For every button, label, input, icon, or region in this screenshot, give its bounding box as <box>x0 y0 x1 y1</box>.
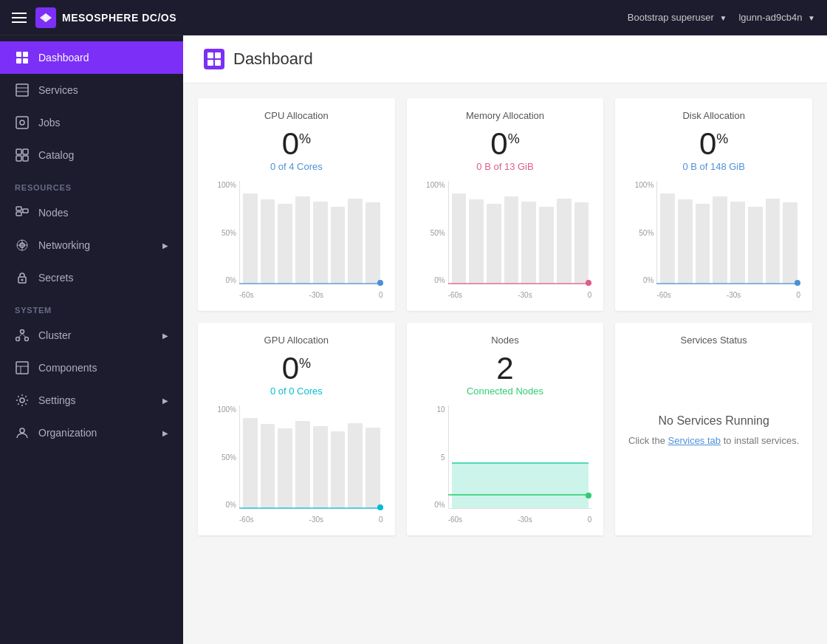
secrets-icon <box>15 270 30 285</box>
user-menu[interactable]: Bootstrap superuser ▼ <box>628 12 727 23</box>
sidebar-item-cluster[interactable]: Cluster ▶ <box>0 319 183 352</box>
svg-rect-36 <box>207 52 213 58</box>
memory-chart-line <box>448 283 592 284</box>
svg-rect-4 <box>23 58 28 64</box>
sidebar-item-organization[interactable]: Organization ▶ <box>0 417 183 449</box>
disk-chart: 100% 50% 0% <box>627 181 800 299</box>
disk-card-value: 0% <box>627 127 800 161</box>
logo: MESOSPHERE DC/OS <box>35 7 176 28</box>
sidebar-item-jobs[interactable]: Jobs <box>0 106 183 139</box>
catalog-icon <box>15 148 30 162</box>
sidebar-item-label: Jobs <box>38 117 61 129</box>
nodes-card-title: Nodes <box>419 335 592 346</box>
sidebar-item-label: Services <box>38 84 78 96</box>
cpu-chart-dot <box>377 280 383 286</box>
components-icon <box>15 360 30 375</box>
memory-y-labels: 100% 50% 0% <box>419 181 448 284</box>
services-status-content: No Services Running Click the Services t… <box>627 352 800 499</box>
memory-allocation-card: Memory Allocation 0% 0 B of 13 GiB 100% … <box>407 98 604 311</box>
nodes-card-value: 2 <box>419 352 592 386</box>
sidebar-item-networking[interactable]: Networking ▶ <box>0 229 183 261</box>
organization-arrow-icon: ▶ <box>162 429 168 437</box>
chart-bar <box>295 196 310 284</box>
chart-bar <box>366 202 380 284</box>
topnav-right: Bootstrap superuser ▼ lgunn-ad9cb4n ▼ <box>628 12 815 23</box>
sidebar-item-label: Components <box>38 362 97 374</box>
chart-bar <box>278 204 292 284</box>
sidebar-item-label: Secrets <box>38 272 73 284</box>
svg-rect-10 <box>16 149 21 154</box>
chart-bar <box>766 199 780 284</box>
resources-section-label: Resources <box>0 171 183 196</box>
disk-card-title: Disk Allocation <box>627 110 800 121</box>
nodes-chart-inner <box>448 405 592 509</box>
gpu-card-subtitle: 0 of 0 Cores <box>210 386 383 397</box>
gpu-bars <box>239 405 383 509</box>
disk-chart-line <box>656 283 800 284</box>
sidebar-item-label: Catalog <box>38 149 74 161</box>
cpu-chart-line <box>239 283 383 284</box>
nodes-y-labels: 10 5 0% <box>419 405 448 509</box>
svg-point-9 <box>20 120 24 125</box>
nodes-chart-line <box>448 494 592 496</box>
chart-bar <box>313 202 328 284</box>
sidebar-item-components[interactable]: Components <box>0 352 183 384</box>
gpu-card-title: GPU Allocation <box>210 335 383 346</box>
chart-bar <box>574 202 589 284</box>
sidebar-item-catalog[interactable]: Catalog <box>0 139 183 171</box>
sidebar: Dashboard Services Jobs <box>0 35 183 644</box>
cpu-card-subtitle: 0 of 4 Cores <box>210 161 383 172</box>
svg-point-34 <box>20 428 24 433</box>
disk-chart-dot <box>795 280 800 286</box>
disk-card-subtitle: 0 B of 148 GiB <box>627 161 800 172</box>
chart-bar <box>348 423 363 508</box>
dashboard-grid: CPU Allocation 0% 0 of 4 Cores 100% 50% … <box>183 83 827 550</box>
gpu-chart: 100% 50% 0% <box>210 405 383 524</box>
memory-x-labels: -60s -30s 0 <box>448 291 592 299</box>
cpu-chart: 100% 50% 0% <box>210 181 383 299</box>
nodes-x-labels: -60s -30s 0 <box>448 515 592 524</box>
networking-arrow-icon: ▶ <box>162 242 168 250</box>
chart-bar <box>313 426 328 508</box>
no-services-label: No Services Running <box>659 414 769 428</box>
chart-bar <box>469 199 484 284</box>
memory-card-subtitle: 0 B of 13 GiB <box>419 161 592 172</box>
topnav: MESOSPHERE DC/OS Bootstrap superuser ▼ l… <box>0 0 827 35</box>
memory-chart: 100% 50% 0% <box>419 181 592 299</box>
chart-bar <box>660 193 675 284</box>
topnav-left: MESOSPHERE DC/OS <box>12 7 176 28</box>
nodes-icon <box>15 205 30 220</box>
chart-bar <box>783 202 797 284</box>
cpu-card-value: 0% <box>210 127 383 161</box>
system-section-label: System <box>0 294 183 319</box>
organization-icon <box>15 425 30 440</box>
hamburger-button[interactable] <box>12 13 27 23</box>
svg-rect-1 <box>16 52 21 57</box>
nodes-chart: 10 5 0% -60s -30s 0 <box>419 405 592 524</box>
username-menu[interactable]: lgunn-ad9cb4n ▼ <box>738 12 815 23</box>
sidebar-item-nodes[interactable]: Nodes <box>0 196 183 229</box>
svg-rect-3 <box>16 58 21 64</box>
services-install-text: Click the Services tab to install servic… <box>628 434 799 448</box>
sidebar-item-settings[interactable]: Settings ▶ <box>0 384 183 417</box>
disk-bars <box>656 181 800 284</box>
gpu-y-labels: 100% 50% 0% <box>210 405 239 509</box>
content-header: Dashboard <box>183 35 827 83</box>
cpu-card-title: CPU Allocation <box>210 110 383 121</box>
svg-point-25 <box>21 330 24 334</box>
sidebar-item-services[interactable]: Services <box>0 74 183 106</box>
gpu-card-value: 0% <box>210 352 383 386</box>
sidebar-item-dashboard[interactable]: Dashboard <box>0 41 183 74</box>
services-icon <box>15 83 30 97</box>
gpu-chart-dot <box>377 504 383 510</box>
chart-bar <box>295 421 310 508</box>
chart-bar <box>278 428 292 508</box>
jobs-icon <box>15 115 30 130</box>
svg-rect-13 <box>23 156 28 161</box>
disk-x-labels: -60s -30s 0 <box>656 291 800 299</box>
memory-card-value: 0% <box>419 127 592 161</box>
sidebar-item-secrets[interactable]: Secrets <box>0 261 183 294</box>
gpu-allocation-card: GPU Allocation 0% 0 of 0 Cores 100% 50% … <box>198 323 395 535</box>
settings-icon <box>15 393 30 408</box>
services-tab-link[interactable]: Services tab <box>668 435 721 446</box>
